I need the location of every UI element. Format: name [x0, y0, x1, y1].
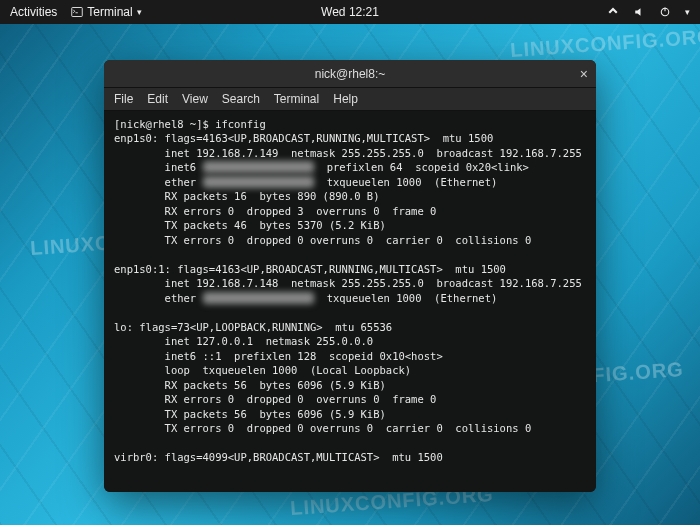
menu-edit[interactable]: Edit — [147, 92, 168, 106]
terminal-menubar: File Edit View Search Terminal Help — [104, 88, 596, 111]
window-titlebar[interactable]: nick@rhel8:~ × — [104, 60, 596, 88]
svg-rect-2 — [664, 8, 665, 12]
redacted-value: xx:xx:xx:xx:xx:xx — [203, 161, 314, 173]
menu-file[interactable]: File — [114, 92, 133, 106]
menu-help[interactable]: Help — [333, 92, 358, 106]
redacted-value: xx:xx:xx:xx:xx:xx — [203, 292, 314, 304]
terminal-window: nick@rhel8:~ × File Edit View Search Ter… — [104, 60, 596, 492]
menu-terminal[interactable]: Terminal — [274, 92, 319, 106]
menu-search[interactable]: Search — [222, 92, 260, 106]
close-button[interactable]: × — [580, 67, 588, 81]
activities-button[interactable]: Activities — [10, 5, 57, 19]
gnome-topbar: Activities Terminal ▾ Wed 12:21 ▾ — [0, 0, 700, 24]
terminal-icon — [71, 6, 83, 18]
svg-rect-0 — [72, 8, 83, 17]
clock[interactable]: Wed 12:21 — [321, 5, 379, 19]
window-title: nick@rhel8:~ — [315, 67, 386, 81]
redacted-value: xx:xx:xx:xx:xx:xx — [203, 176, 314, 188]
power-icon[interactable] — [659, 6, 671, 18]
network-icon[interactable] — [607, 6, 619, 18]
menu-view[interactable]: View — [182, 92, 208, 106]
chevron-down-icon: ▾ — [137, 7, 142, 17]
app-menu[interactable]: Terminal ▾ — [71, 5, 141, 19]
terminal-output[interactable]: [nick@rhel8 ~]$ ifconfig enp1s0: flags=4… — [104, 111, 596, 492]
app-menu-label: Terminal — [87, 5, 132, 19]
volume-icon[interactable] — [633, 6, 645, 18]
chevron-down-icon: ▾ — [685, 7, 690, 17]
